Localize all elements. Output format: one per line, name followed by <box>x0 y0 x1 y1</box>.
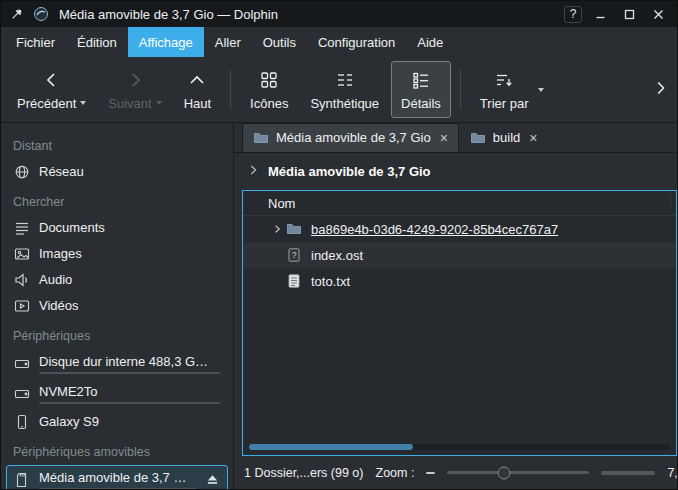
tab-close-icon[interactable]: × <box>529 131 537 145</box>
toolbar-separator <box>460 70 461 109</box>
minimize-button[interactable] <box>590 5 611 24</box>
tab-label: Média amovible de 3,7 Gio <box>276 130 431 145</box>
hard-drive-icon <box>14 356 30 372</box>
window-title: Média amovible de 3,7 Gio — Dolphin <box>59 7 556 22</box>
close-icon <box>653 9 664 20</box>
eject-icon <box>206 473 219 486</box>
file-name[interactable]: index.ost <box>311 248 363 263</box>
free-space-bar <box>601 471 655 475</box>
toolbar: Précédent Suivant Haut Icônes Synthét <box>1 57 677 123</box>
menu-affichage[interactable]: Affichage <box>128 27 204 57</box>
file-row[interactable]: toto.txt <box>243 268 676 294</box>
view-icons-button[interactable]: Icônes <box>240 61 298 118</box>
menu-aide[interactable]: Aide <box>406 27 454 57</box>
free-space-text: 7,3 Gio libre(s) <box>667 466 677 480</box>
places-section-peripheriques: Périphériques <box>1 319 233 348</box>
places-section-chercher: Chercher <box>1 185 233 214</box>
file-row[interactable]: ba869e4b-03d6-4249-9202-85b4cec767a7 <box>243 216 676 242</box>
dolphin-app-icon[interactable] <box>33 6 49 22</box>
sidebar-item-documents[interactable]: Documents <box>6 215 228 240</box>
zoom-slider-knob[interactable] <box>498 466 511 479</box>
expand-arrow-icon[interactable] <box>268 223 286 235</box>
tab-label: build <box>493 130 520 145</box>
toolbar-overflow-button[interactable] <box>649 79 671 100</box>
sidebar-item-media-amovible[interactable]: Média amovible de 3,7 … <box>6 465 228 489</box>
file-name[interactable]: toto.txt <box>311 274 350 289</box>
eject-button[interactable] <box>205 473 220 486</box>
sort-dropdown-caret[interactable] <box>538 88 544 92</box>
disk-usage-bar <box>39 402 220 404</box>
videos-icon <box>14 298 30 314</box>
menu-fichier[interactable]: Fichier <box>5 27 66 57</box>
svg-text:?: ? <box>292 250 297 260</box>
scrollbar-thumb[interactable] <box>249 444 413 450</box>
sort-by-button[interactable]: Trier par <box>470 66 539 114</box>
sidebar-item-label: Documents <box>39 219 220 236</box>
file-name[interactable]: ba869e4b-03d6-4249-9202-85b4cec767a7 <box>311 222 558 237</box>
view-icons-label: Icônes <box>250 96 288 111</box>
disk-usage-bar <box>39 488 196 489</box>
tab-build[interactable]: build × <box>459 123 549 152</box>
file-row[interactable]: ? index.ost <box>243 242 676 268</box>
titlebar[interactable]: Média amovible de 3,7 Gio — Dolphin ? <box>1 1 677 27</box>
sidebar-item-label: Galaxy S9 <box>39 413 220 430</box>
view-compact-button[interactable]: Synthétique <box>300 61 389 118</box>
documents-icon <box>14 220 30 236</box>
sidebar-item-nvme2to[interactable]: NVME2To <box>6 379 228 408</box>
sidebar-item-reseau[interactable]: Réseau <box>6 159 228 184</box>
back-dropdown-caret[interactable] <box>80 101 86 105</box>
forward-label: Suivant <box>108 96 151 111</box>
file-view: Nom ba869e4b-03d6-4249-9202-85b4cec767a7… <box>242 190 677 456</box>
chevron-right-icon <box>125 69 145 91</box>
back-label: Précédent <box>17 96 76 111</box>
places-section-distant: Distant <box>1 129 233 158</box>
up-button[interactable]: Haut <box>174 61 221 118</box>
audio-icon <box>14 272 30 288</box>
places-section-amovibles: Périphériques amovibles <box>1 435 233 464</box>
menu-aller[interactable]: Aller <box>204 27 252 57</box>
content-area: Média amovible de 3,7 Gio × build × Médi… <box>234 123 677 489</box>
sort-by-label: Trier par <box>480 96 529 111</box>
breadcrumb-expand-icon[interactable] <box>246 163 260 180</box>
menu-outils[interactable]: Outils <box>252 27 307 57</box>
sidebar-item-galaxy-s9[interactable]: Galaxy S9 <box>6 409 228 434</box>
menu-edition[interactable]: Édition <box>66 27 128 57</box>
view-details-button[interactable]: Détails <box>391 61 451 118</box>
sidebar-item-audio[interactable]: Audio <box>6 267 228 292</box>
help-button[interactable]: ? <box>564 6 582 23</box>
tab-media-amovible[interactable]: Média amovible de 3,7 Gio × <box>242 123 459 152</box>
column-header-nom[interactable]: Nom <box>243 191 676 216</box>
zoom-out-icon[interactable] <box>426 472 435 474</box>
breadcrumb-current-folder[interactable]: Média amovible de 3,7 Gio <box>268 164 431 179</box>
sidebar-item-label: Média amovible de 3,7 … <box>39 469 196 486</box>
removable-media-icon <box>14 472 30 488</box>
back-button[interactable]: Précédent <box>7 61 96 118</box>
sidebar-item-videos[interactable]: Vidéos <box>6 293 228 318</box>
status-bar: 1 Dossier,...ers (99 o) Zoom : 7,3 Gio l… <box>234 456 677 489</box>
forward-dropdown-caret[interactable] <box>156 101 162 105</box>
dolphin-window: Média amovible de 3,7 Gio — Dolphin ? Fi… <box>0 0 678 490</box>
tab-close-icon[interactable]: × <box>440 131 448 145</box>
forward-button[interactable]: Suivant <box>98 61 171 118</box>
maximize-icon <box>624 9 635 20</box>
pin-icon[interactable] <box>9 6 25 22</box>
view-details-label: Détails <box>401 96 441 111</box>
chevron-left-icon <box>42 69 62 91</box>
phone-icon <box>14 414 30 430</box>
zoom-slider[interactable] <box>447 471 589 474</box>
chevron-up-icon <box>187 69 207 91</box>
sidebar-item-label: Disque dur interne 488,3 G… <box>39 353 220 370</box>
sidebar-item-disque-dur[interactable]: Disque dur interne 488,3 G… <box>6 349 228 378</box>
sidebar-item-images[interactable]: Images <box>6 241 228 266</box>
horizontal-scrollbar[interactable] <box>249 444 670 450</box>
close-button[interactable] <box>648 5 669 24</box>
unknown-file-icon: ? <box>286 247 302 263</box>
sort-icon <box>495 69 513 91</box>
images-icon <box>14 246 30 262</box>
tab-bar: Média amovible de 3,7 Gio × build × <box>234 123 677 153</box>
compact-view-icon <box>336 69 354 91</box>
status-summary: 1 Dossier,...ers (99 o) <box>244 466 364 480</box>
sidebar-item-label: Images <box>39 245 220 262</box>
maximize-button[interactable] <box>619 5 640 24</box>
menu-configuration[interactable]: Configuration <box>307 27 406 57</box>
